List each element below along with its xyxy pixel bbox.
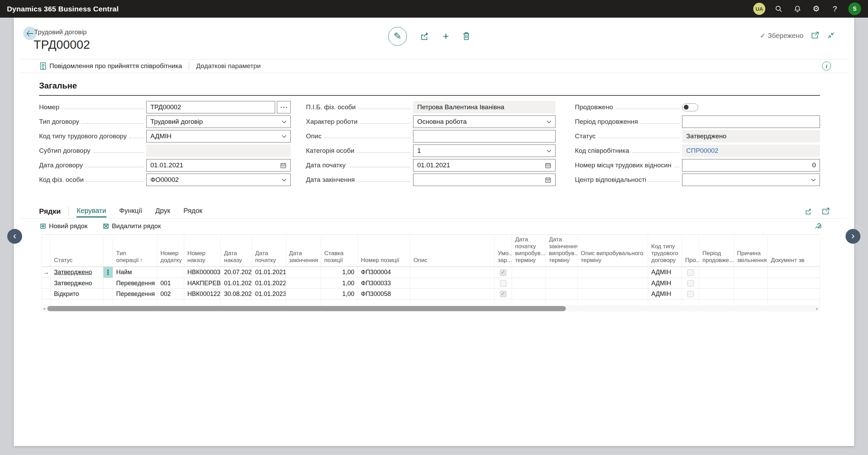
column-header-pro[interactable]: Про... — [682, 235, 699, 267]
cell-probation-description[interactable] — [578, 278, 648, 289]
user-avatar[interactable]: S — [848, 2, 861, 15]
previous-record-button[interactable]: ‹ — [7, 229, 22, 244]
cell-contract-type-code[interactable]: АДМІН — [648, 267, 682, 278]
cell-probation-end[interactable] — [546, 267, 578, 278]
open-lines-in-window-button[interactable] — [822, 207, 830, 215]
settings-icon[interactable]: ⚙ — [811, 4, 821, 14]
cell-description[interactable] — [410, 278, 495, 289]
column-header-order-number[interactable]: Номер наказу — [184, 235, 221, 267]
contract-date-input[interactable]: 01.01.2021 — [146, 159, 291, 171]
share-button[interactable] — [420, 31, 430, 41]
person-code-select[interactable]: ФО00002 — [146, 174, 291, 186]
cell-addendum-number[interactable]: 002 — [157, 289, 184, 299]
employee-code-link[interactable]: СПР00002 — [686, 147, 816, 155]
assist-edit-button[interactable]: ⋯ — [277, 101, 291, 113]
cell-pro[interactable] — [682, 278, 699, 289]
calendar-icon[interactable] — [545, 162, 551, 169]
open-in-window-button[interactable] — [811, 31, 819, 39]
cell-contract-type-code[interactable]: АДМІН — [648, 278, 682, 289]
new-record-button[interactable]: + — [443, 30, 449, 42]
column-header-salary-conditions[interactable]: Умо... зар... — [495, 235, 512, 267]
cell-extension-period[interactable] — [699, 289, 734, 299]
cell-probation-description[interactable] — [578, 267, 648, 278]
pin-button[interactable] — [814, 222, 822, 230]
column-header-addendum-number[interactable]: Номер додатку↑ — [157, 235, 184, 267]
cell-position-number[interactable]: ФП300058 — [358, 289, 410, 299]
cell-probation-start[interactable] — [512, 289, 546, 299]
cell-salary-conditions[interactable] — [495, 289, 512, 299]
cell-dismissal-reason[interactable] — [734, 278, 768, 289]
delete-line-button[interactable]: ⊠ Видалити рядок — [103, 222, 161, 230]
cell-position-rate[interactable]: 1,00 — [321, 289, 358, 299]
cell-position-number[interactable]: ФП300004 — [358, 267, 410, 278]
cell-start-date[interactable]: 01.01.2022 — [252, 278, 286, 289]
delete-record-button[interactable] — [462, 31, 471, 41]
scroll-right-icon[interactable]: ► — [814, 307, 820, 310]
cell-probation-description[interactable] — [578, 289, 648, 299]
info-icon[interactable]: i — [822, 62, 831, 71]
cell-addendum-number[interactable]: 001 — [157, 278, 184, 289]
person-category-select[interactable]: 1 — [413, 145, 556, 157]
cell-order-number[interactable]: НАКПЕРЕВ... — [184, 278, 221, 289]
hire-notification-action[interactable]: Повідомлення про прийняття співробітника — [40, 62, 182, 70]
employment-place-number-input[interactable] — [682, 159, 820, 171]
contract-type-select[interactable]: Трудовий договір — [146, 115, 291, 128]
cell-document[interactable] — [768, 289, 820, 299]
search-icon[interactable] — [774, 4, 784, 14]
cell-position-number[interactable]: ФП300033 — [358, 278, 410, 289]
cell-contract-type-code[interactable]: АДМІН — [648, 289, 682, 299]
cell-order-date[interactable]: 01.01.2022 — [221, 278, 252, 289]
cell-document[interactable] — [768, 267, 820, 278]
edit-button[interactable]: ✎ — [388, 27, 407, 46]
column-header-position-rate[interactable]: Ставка позиції — [321, 235, 358, 267]
breadcrumb[interactable]: Трудовий договір — [34, 28, 87, 36]
cell-addendum-number[interactable] — [157, 267, 184, 278]
column-header-document[interactable]: Документ зв — [768, 235, 820, 267]
cell-row-menu[interactable] — [103, 278, 113, 289]
environment-badge[interactable]: UA — [753, 3, 765, 15]
column-header-contract-type-code[interactable]: Код типу трудового договору — [648, 235, 682, 267]
horizontal-scrollbar[interactable]: ◄ ► — [41, 306, 820, 312]
cell-operation-type[interactable]: Найм — [113, 267, 157, 278]
cell-end-date[interactable] — [286, 278, 321, 289]
cell-status[interactable]: Затверджено — [51, 278, 103, 289]
cell-description[interactable] — [410, 289, 495, 299]
cell-operation-type[interactable]: Переведення — [113, 289, 157, 299]
cell-row-menu[interactable] — [103, 289, 113, 299]
calendar-icon[interactable] — [280, 162, 287, 169]
cell-status[interactable]: Відкрито — [51, 289, 103, 299]
work-nature-select[interactable]: Основна робота — [413, 115, 556, 128]
help-icon[interactable]: ? — [830, 4, 840, 14]
column-header-order-date[interactable]: Дата наказу — [221, 235, 252, 267]
app-title[interactable]: Dynamics 365 Business Central — [7, 5, 119, 13]
calendar-icon[interactable] — [545, 177, 551, 183]
collapse-button[interactable] — [827, 31, 835, 39]
column-header-description[interactable]: Опис — [410, 235, 495, 267]
column-header-status[interactable]: Статус — [51, 235, 103, 267]
notifications-icon[interactable] — [792, 4, 803, 14]
cell-probation-start[interactable] — [512, 278, 546, 289]
new-line-button[interactable]: ⊞ Новий рядок — [40, 222, 87, 230]
cell-pro[interactable] — [682, 267, 699, 278]
cell-document[interactable] — [768, 278, 820, 289]
tab-line[interactable]: Рядок — [183, 205, 203, 217]
cell-position-rate[interactable]: 1,00 — [321, 278, 358, 289]
column-header-probation-description[interactable]: Опис випробувального терміну — [578, 235, 648, 267]
cell-description[interactable] — [410, 267, 495, 278]
cell-operation-type[interactable]: Переведення — [113, 278, 157, 289]
column-header-probation-end[interactable]: Дата закінчення випробув... терміну — [546, 235, 578, 267]
extension-period-input[interactable] — [682, 115, 820, 128]
tab-print[interactable]: Друк — [155, 205, 170, 217]
contract-type-code-select[interactable]: АДМІН — [146, 130, 291, 142]
cell-pro[interactable] — [682, 289, 699, 299]
column-header-extension-period[interactable]: Період продовже... — [699, 235, 734, 267]
cell-start-date[interactable]: 01.01.2023 — [252, 289, 286, 299]
cell-extension-period[interactable] — [699, 267, 734, 278]
cell-probation-end[interactable] — [546, 278, 578, 289]
cell-order-number[interactable]: НВК000122 — [184, 289, 221, 299]
scrollbar-thumb[interactable] — [47, 306, 566, 311]
cell-probation-start[interactable] — [512, 267, 546, 278]
cell-extension-period[interactable] — [699, 278, 734, 289]
cell-salary-conditions[interactable] — [495, 267, 512, 278]
column-header-end-date[interactable]: Дата закінчення — [286, 235, 321, 267]
